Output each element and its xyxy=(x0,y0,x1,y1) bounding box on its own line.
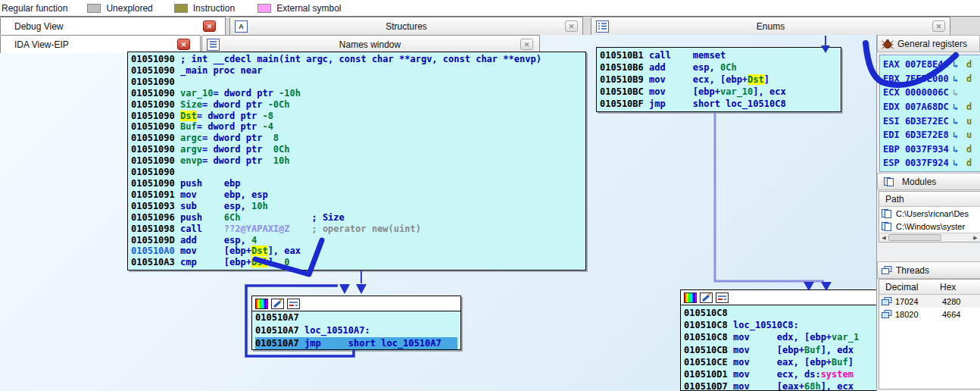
structures-icon: A xyxy=(235,20,248,33)
basic-block-memset[interactable]: 010510B1 call memset010510B6 add esp, 0C… xyxy=(596,47,841,112)
register-row-edi[interactable]: EDI 6D3E72E8↳u xyxy=(883,128,980,142)
code-line[interactable]: 01051090 xyxy=(131,77,582,88)
register-segment: u xyxy=(966,116,972,127)
code-line[interactable]: 010510A7 jmp short loc_10510A7 xyxy=(255,337,457,350)
modules-path-column[interactable]: Path xyxy=(879,192,980,207)
close-icon[interactable]: ✕ xyxy=(203,20,216,32)
code-line[interactable]: 01051090 Buf= dword ptr -4 xyxy=(131,121,582,133)
register-value[interactable]: EBX 7EFDE000 xyxy=(883,74,953,84)
code-line[interactable]: 01051090 var_10= dword ptr -10h xyxy=(131,88,582,99)
threads-col-decimal[interactable]: Decimal xyxy=(885,282,940,292)
code-line[interactable]: 010510D1 mov ecx, ds:system xyxy=(684,368,873,380)
register-row-ecx[interactable]: ECX 0000006C↳ xyxy=(883,86,980,100)
code-line[interactable]: 010510A0 mov [ebp+Dst], eax xyxy=(131,246,582,257)
node-color-palette-icon[interactable] xyxy=(255,299,268,309)
code-line[interactable]: 01051090 Dst= dword ptr -8 xyxy=(131,111,582,122)
threads-panel[interactable]: Decimal Hex 170244280180204664 xyxy=(879,279,980,389)
register-row-ebp[interactable]: EBP 0037F934↳d xyxy=(883,142,980,157)
code-line[interactable]: 010510B1 call memset xyxy=(600,49,838,61)
tab-enums[interactable]: Enums ✕ xyxy=(591,17,950,35)
code-line[interactable]: 010510B9 mov ecx, [ebp+Dst] xyxy=(600,74,838,86)
group-node-icon[interactable] xyxy=(716,292,729,303)
code-line[interactable]: 010510D7 mov [eax+68h], ecx xyxy=(684,380,873,391)
code-line[interactable]: 01051090 xyxy=(131,167,582,178)
node-color-palette-icon[interactable] xyxy=(684,292,697,303)
modules-panel[interactable]: Path C:\Users\ricnar\DesC:\Windows\syste… xyxy=(879,191,980,242)
register-row-esi[interactable]: ESI 6D3E72EC↳u xyxy=(883,114,980,128)
code-line[interactable]: 01051098 call ??2@YAPAXI@Z ; operator ne… xyxy=(131,224,582,235)
follow-arrow-icon[interactable]: ↳ xyxy=(953,158,966,168)
legend-unexplored: Unexplored xyxy=(106,3,152,14)
register-value[interactable]: ECX 0000006C xyxy=(883,87,953,98)
register-segment: d xyxy=(966,144,972,155)
close-icon[interactable]: ✕ xyxy=(177,39,190,50)
code-line[interactable]: 01051090 argc= dword ptr 8 xyxy=(131,133,582,144)
register-value[interactable]: EAX 007E8E48 xyxy=(883,59,953,70)
code-line[interactable]: 01051090 Size= dword ptr -0Ch xyxy=(131,99,582,111)
code-line[interactable]: 010510A7 loc_10510A7: xyxy=(255,324,457,337)
tab-debug-view[interactable]: Debug View ✕ xyxy=(0,17,226,35)
code-line[interactable]: 01051090 ; int __cdecl main(int argc, co… xyxy=(131,54,582,65)
code-line[interactable]: 01051090 envp= dword ptr 10h xyxy=(131,155,582,167)
code-line[interactable]: 01051096 push 6Ch ; Size xyxy=(131,212,582,224)
modules-header[interactable]: Modules xyxy=(877,173,980,190)
code-line[interactable]: 01051090 _main proc near xyxy=(131,65,582,77)
register-value[interactable]: ESI 6D3E72EC xyxy=(883,116,953,127)
scroll-right-icon[interactable]: ▶ xyxy=(971,233,980,242)
registers-panel[interactable]: EAX 007E8E48↳dEBX 7EFDE000↳dECX 0000006C… xyxy=(879,55,980,172)
threads-header[interactable]: Threads xyxy=(877,261,980,279)
register-row-ebx[interactable]: EBX 7EFDE000↳d xyxy=(883,72,980,86)
register-value[interactable]: EDX 007A68DC xyxy=(883,102,953,112)
threads-col-hex[interactable]: Hex xyxy=(940,282,956,292)
code-line[interactable]: 010510A3 cmp [ebp+Dst], 0 xyxy=(131,257,582,268)
close-icon[interactable]: ✕ xyxy=(932,20,945,32)
code-line[interactable]: 010510C8 xyxy=(684,307,873,319)
tab-names-window[interactable]: Names window ✕ xyxy=(201,35,540,53)
follow-arrow-icon[interactable]: ↳ xyxy=(953,102,966,112)
register-value[interactable]: EDI 6D3E72E8 xyxy=(883,130,953,140)
tab-structures[interactable]: A Structures ✕ xyxy=(229,17,583,35)
code-line[interactable]: 010510C8 mov edx, [ebp+var_1 xyxy=(684,331,873,343)
follow-arrow-icon[interactable]: ↳ xyxy=(953,74,966,84)
code-line[interactable]: 010510C8 loc_10510C8: xyxy=(684,319,873,331)
follow-arrow-icon[interactable]: ↳ xyxy=(953,130,966,140)
register-value[interactable]: EBP 0037F934 xyxy=(883,144,953,155)
code-line[interactable]: 010510BC mov [ebp+var_10], ecx xyxy=(600,86,838,98)
code-line[interactable]: 010510A7 xyxy=(255,311,457,324)
follow-arrow-icon[interactable]: ↳ xyxy=(953,144,966,155)
module-row[interactable]: C:\Windows\syster xyxy=(879,220,980,233)
follow-arrow-icon[interactable]: ↳ xyxy=(953,87,966,98)
code-line[interactable]: 010510BF jmp short loc_10510C8 xyxy=(600,98,838,110)
code-line[interactable]: 01051091 mov ebp, esp xyxy=(131,189,582,201)
scrollbar-thumb[interactable] xyxy=(888,234,941,241)
edit-pencil-icon[interactable] xyxy=(700,292,713,303)
general-registers-header[interactable]: General registers xyxy=(877,35,980,52)
register-value[interactable]: ESP 0037F924 xyxy=(883,158,953,168)
basic-block-main[interactable]: 01051090 ; int __cdecl main(int argc, co… xyxy=(127,52,586,271)
modules-hscrollbar[interactable]: ◀ ▶ xyxy=(879,233,980,242)
close-icon[interactable]: ✕ xyxy=(565,20,578,32)
code-line[interactable]: 010510B6 add esp, 0Ch xyxy=(600,61,838,74)
code-line[interactable]: 01051090 push ebp xyxy=(131,178,582,189)
code-line[interactable]: 010510CE mov eax, [ebp+Buf] xyxy=(684,356,873,368)
basic-block-loop[interactable]: 010510A7010510A7 loc_10510A7:010510A7 jm… xyxy=(251,296,461,350)
scroll-left-icon[interactable]: ◀ xyxy=(879,233,888,242)
group-node-icon[interactable] xyxy=(287,299,300,309)
code-line[interactable]: 01051093 sub esp, 10h xyxy=(131,201,582,212)
thread-row[interactable]: 180204664 xyxy=(879,308,980,321)
tab-ida-view-eip[interactable]: IDA View-EIP ✕ xyxy=(0,35,201,53)
register-row-eax[interactable]: EAX 007E8E48↳d xyxy=(883,58,980,72)
code-line[interactable]: 01051090 argv= dword ptr 0Ch xyxy=(131,144,582,155)
node-toolbar xyxy=(681,290,876,305)
register-row-esp[interactable]: ESP 0037F924↳d xyxy=(883,156,980,170)
edit-pencil-icon[interactable] xyxy=(271,299,284,309)
follow-arrow-icon[interactable]: ↳ xyxy=(953,59,966,70)
code-line[interactable]: 0105109D add esp, 4 xyxy=(131,235,582,246)
follow-arrow-icon[interactable]: ↳ xyxy=(953,116,966,127)
module-row[interactable]: C:\Users\ricnar\Des xyxy=(879,207,980,220)
register-row-edx[interactable]: EDX 007A68DC↳d xyxy=(883,100,980,114)
thread-row[interactable]: 170244280 xyxy=(879,295,980,308)
code-line[interactable]: 010510CB mov [ebp+Buf], edx xyxy=(684,344,873,356)
basic-block-loc-10510C8[interactable]: 010510C8010510C8 loc_10510C8:010510C8 mo… xyxy=(680,289,877,391)
close-icon[interactable]: ✕ xyxy=(520,39,533,50)
